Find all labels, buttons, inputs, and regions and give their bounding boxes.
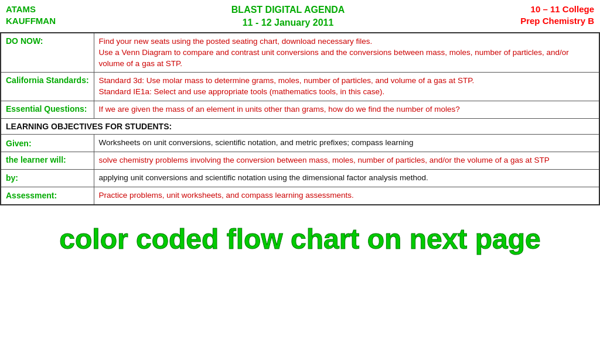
do-now-label: DO NOW: bbox=[1, 33, 94, 73]
given-row: Given: Worksheets on unit conversions, s… bbox=[1, 135, 599, 152]
agenda-date: 11 - 12 January 2011 bbox=[231, 16, 345, 29]
by-row: by: applying unit conversions and scient… bbox=[1, 169, 599, 187]
bottom-text: color coded flow chart on next page bbox=[59, 224, 540, 255]
class-name: Prep Chemistry B bbox=[520, 15, 594, 27]
header-center: BLAST DIGITAL AGENDA 11 - 12 January 201… bbox=[231, 4, 345, 30]
standards-row: California Standards: Standard 3d: Use m… bbox=[1, 73, 599, 101]
assessment-row: Assessment: Practice problems, unit work… bbox=[1, 187, 599, 204]
do-now-content: Find your new seats using the posted sea… bbox=[94, 33, 599, 73]
bottom-text-container: color coded flow chart on next page bbox=[0, 223, 600, 255]
header-left: ATAMS KAUFFMAN bbox=[6, 4, 56, 26]
essential-questions-content: If we are given the mass of an element i… bbox=[94, 101, 599, 119]
assessment-content: Practice problems, unit worksheets, and … bbox=[94, 187, 599, 204]
by-content: applying unit conversions and scientific… bbox=[94, 169, 599, 187]
agenda-table: DO NOW: Find your new seats using the po… bbox=[0, 32, 600, 205]
standards-content: Standard 3d: Use molar mass to determine… bbox=[94, 73, 599, 101]
by-label: by: bbox=[1, 169, 94, 187]
teacher-name: KAUFFMAN bbox=[6, 15, 56, 27]
header: ATAMS KAUFFMAN BLAST DIGITAL AGENDA 11 -… bbox=[0, 0, 600, 32]
given-label: Given: bbox=[1, 135, 94, 152]
agenda-title: BLAST DIGITAL AGENDA bbox=[231, 4, 345, 16]
school-name: ATAMS bbox=[6, 4, 56, 15]
learner-will-row: the learner will: solve chemistry proble… bbox=[1, 152, 599, 170]
essential-questions-row: Essential Questions: If we are given the… bbox=[1, 101, 599, 119]
grade-level: 10 – 11 College bbox=[520, 4, 594, 15]
learning-objectives-header-row: LEARNING OBJECTIVES FOR STUDENTS: bbox=[1, 119, 599, 135]
given-content: Worksheets on unit conversions, scientif… bbox=[94, 135, 599, 152]
header-right: 10 – 11 College Prep Chemistry B bbox=[520, 4, 594, 26]
learning-objectives-header: LEARNING OBJECTIVES FOR STUDENTS: bbox=[1, 119, 599, 135]
learner-will-content: solve chemistry problems involving the c… bbox=[94, 152, 599, 170]
do-now-row: DO NOW: Find your new seats using the po… bbox=[1, 33, 599, 73]
learner-will-label: the learner will: bbox=[1, 152, 94, 170]
standards-label: California Standards: bbox=[1, 73, 94, 101]
essential-questions-label: Essential Questions: bbox=[1, 101, 94, 119]
assessment-label: Assessment: bbox=[1, 187, 94, 204]
